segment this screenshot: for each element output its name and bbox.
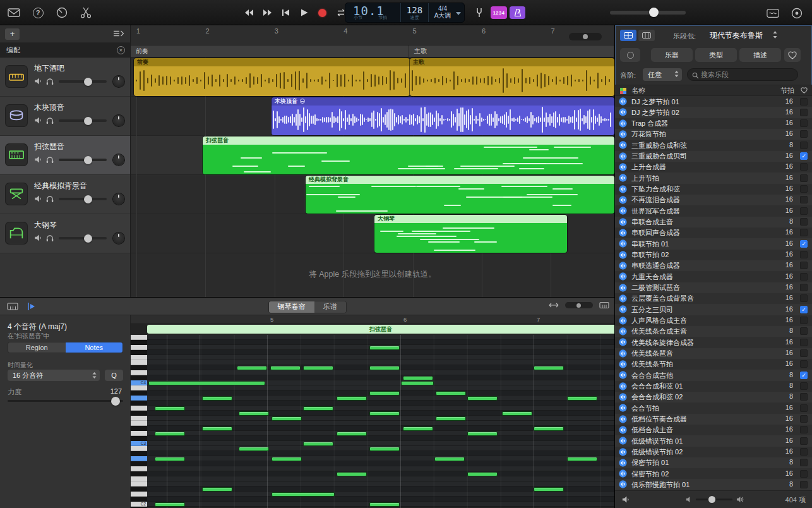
midi-note[interactable] (155, 502, 185, 507)
loop-checkbox[interactable] (800, 481, 808, 488)
column-view-button[interactable] (638, 30, 655, 41)
preview-volume-slider[interactable] (696, 499, 732, 500)
zoom-thumb[interactable] (583, 34, 588, 39)
smart-controls-icon[interactable] (56, 6, 68, 19)
loop-checkbox[interactable] (800, 317, 808, 324)
piano-key[interactable] (131, 360, 147, 365)
piano-roll-ruler[interactable]: 567 (131, 315, 614, 324)
midi-note[interactable] (239, 447, 269, 451)
midi-note[interactable] (239, 411, 269, 416)
loop-browser-icon[interactable] (767, 7, 779, 20)
midi-note[interactable] (534, 487, 564, 492)
loop-checkbox[interactable] (800, 174, 808, 182)
horizontal-zoom-icon[interactable] (549, 302, 559, 308)
midi-note[interactable] (434, 457, 465, 461)
metronome-button[interactable] (510, 6, 525, 19)
track-volume-thumb[interactable] (84, 78, 92, 86)
piano-key[interactable] (131, 385, 147, 390)
piano-key[interactable] (131, 471, 147, 476)
media-browser-icon[interactable] (791, 7, 803, 20)
loop-checkbox[interactable] (800, 273, 808, 281)
tab-piano-roll[interactable]: 钢琴卷帘 (269, 301, 314, 313)
loop-row[interactable]: 串联选通合成器16 (615, 260, 812, 271)
piano-key[interactable] (131, 355, 147, 360)
favorites-filter-button[interactable] (784, 48, 801, 62)
loop-checkbox[interactable] (800, 98, 808, 106)
headphones-icon[interactable] (45, 155, 54, 164)
region-midi[interactable]: 扫弦琶音 (203, 136, 614, 174)
midi-note[interactable] (567, 396, 597, 401)
track-volume-slider[interactable] (59, 237, 107, 239)
keyboard-icon[interactable] (599, 301, 609, 309)
column-beats[interactable]: 节拍 (780, 85, 794, 96)
piano-key[interactable] (131, 370, 147, 375)
midi-note[interactable] (403, 376, 433, 380)
library-icon[interactable] (8, 6, 20, 19)
pan-knob[interactable] (113, 233, 124, 244)
midi-note[interactable] (272, 492, 335, 497)
loop-checkbox[interactable] (800, 130, 808, 138)
piano-key[interactable] (131, 487, 147, 492)
loop-checkbox[interactable] (800, 262, 808, 269)
fast-forward-button[interactable] (260, 5, 275, 20)
loop-checkbox[interactable] (800, 470, 808, 478)
loop-row[interactable]: 上升节拍16 (615, 172, 812, 183)
midi-note[interactable] (467, 432, 498, 436)
loop-checkbox[interactable] (800, 327, 808, 335)
loop-row[interactable]: 保密节拍 0216 (615, 468, 812, 479)
search-input[interactable] (701, 69, 792, 80)
loop-row[interactable]: 优美线条节拍16 (615, 359, 812, 370)
track-header[interactable]: 地下酒吧 (0, 57, 130, 97)
lcd-display[interactable]: 10.1 小节 节拍 128 速度 4/4 A大调 (345, 3, 465, 23)
editors-scissors-icon[interactable] (80, 6, 92, 19)
piano-key[interactable] (131, 345, 147, 350)
timeline-ruler[interactable]: 1234567 (131, 25, 614, 45)
loop-row[interactable]: 不再流泪合成器16 (615, 195, 812, 205)
loop-checkbox[interactable] (800, 393, 808, 401)
loop-row[interactable]: 九重天合成器16 (615, 271, 812, 282)
midi-note[interactable] (403, 426, 433, 431)
loop-row[interactable]: 低档合成主音16 (615, 425, 812, 435)
midi-note[interactable] (534, 426, 564, 431)
loop-checkbox[interactable] (800, 294, 808, 302)
midi-note[interactable] (202, 396, 232, 401)
loop-row[interactable]: 优美线条旋律合成器16 (615, 337, 812, 348)
midi-note[interactable] (237, 366, 267, 370)
chevron-down-icon[interactable] (456, 12, 461, 15)
loop-checkbox[interactable] (800, 459, 808, 466)
count-in-button[interactable]: 1234 (491, 6, 507, 19)
loop-checkbox[interactable] (800, 207, 808, 215)
midi-note[interactable] (272, 416, 302, 421)
pan-knob[interactable] (113, 193, 124, 205)
headphones-icon[interactable] (45, 116, 54, 124)
loop-row[interactable]: 人声风格合成主音16 (615, 315, 812, 326)
catch-playhead-icon[interactable] (24, 301, 39, 312)
loop-checkbox[interactable] (800, 196, 808, 203)
scale-filter-button[interactable] (620, 48, 640, 62)
master-volume-slider[interactable] (610, 11, 686, 15)
tab-notes[interactable]: Notes (66, 342, 123, 353)
piano-roll-region-bar[interactable]: 扫弦琶音 (147, 325, 614, 334)
column-name[interactable]: 名称 (631, 85, 645, 96)
loop-row[interactable]: 俱乐部慢跑节拍 018 (615, 479, 812, 490)
midi-note[interactable] (303, 366, 333, 370)
loop-row[interactable]: 低级错误节拍 0216 (615, 447, 812, 457)
piano-key[interactable] (131, 390, 147, 396)
loop-checkbox[interactable] (800, 448, 808, 456)
loop-row[interactable]: 优美线条合成主音8 (615, 326, 812, 337)
track-header[interactable]: 木块顶音 (0, 97, 130, 136)
track-options-icon[interactable] (113, 29, 124, 38)
loop-row[interactable]: 优美线条琶音16 (615, 348, 812, 359)
grid-view-button[interactable] (620, 30, 636, 41)
piano-key[interactable] (131, 416, 147, 421)
piano-key[interactable] (131, 411, 147, 416)
loop-row[interactable]: 下坠力合成和弦16 (615, 184, 812, 195)
piano-key[interactable]: C3 (131, 441, 147, 446)
preview-volume-icon[interactable] (621, 495, 630, 504)
velocity-thumb[interactable] (111, 397, 120, 406)
piano-key[interactable] (131, 461, 147, 466)
loop-row[interactable]: 串联节拍 0216 (615, 250, 812, 260)
loop-row[interactable]: 世界冠军合成器16 (615, 205, 812, 216)
midi-note[interactable] (369, 411, 400, 416)
loop-row[interactable]: 云层覆盖合成背景音16 (615, 293, 812, 304)
